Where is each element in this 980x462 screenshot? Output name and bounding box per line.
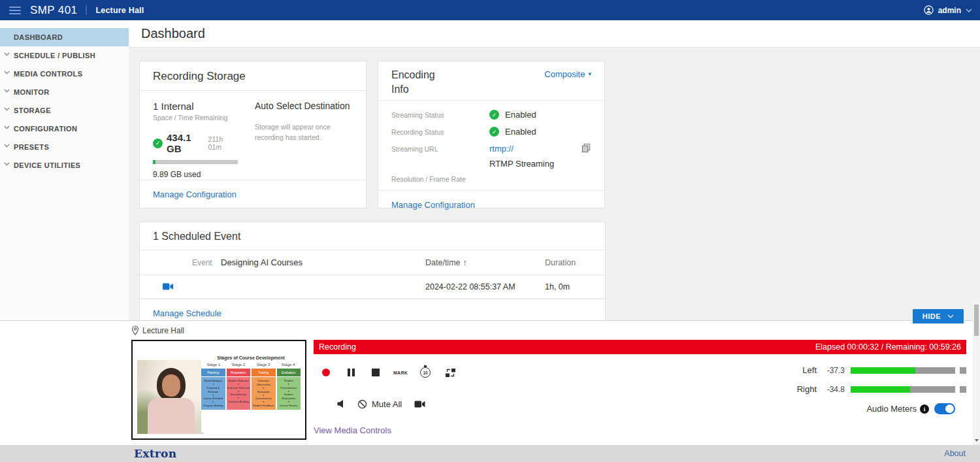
recording-time: Elapsed 00:00:32 / Remaining: 00:59:26 (815, 342, 961, 352)
pause-button[interactable] (338, 369, 363, 376)
stop-icon (372, 369, 380, 376)
hide-panel-button[interactable]: HIDE (913, 309, 964, 323)
mute-circle-icon (357, 399, 367, 409)
card-title: Encoding Info (391, 68, 451, 96)
sort-ascending-icon: ↑ (463, 257, 468, 267)
info-icon[interactable]: i (920, 404, 929, 414)
record-button[interactable] (314, 369, 338, 376)
row-value: Enabled (505, 127, 536, 137)
drive-subtitle: Space / Time Remaining (153, 114, 238, 122)
view-media-controls-link[interactable]: View Media Controls (314, 425, 463, 435)
chevron-down-icon (4, 107, 10, 111)
chevron-down-icon (947, 314, 954, 318)
event-duration: 1h, 0m (545, 282, 605, 291)
extend-timer-button[interactable]: 10 (413, 367, 438, 378)
recording-status-bar: Recording Elapsed 00:00:32 / Remaining: … (314, 340, 966, 354)
slide-title: Stages of Course Development (201, 355, 301, 360)
location-pin-icon (131, 325, 139, 335)
user-icon (924, 5, 934, 15)
sidebar-item-monitor[interactable]: MONITOR (0, 83, 129, 101)
meter-row-left: Left -37.3 (770, 365, 966, 375)
stage-label: Stage 4 (276, 363, 301, 367)
transport-controls: MARK 10 (314, 365, 463, 435)
audio-meters: Left -37.3 Right -34.8 Audio Met (770, 365, 966, 435)
menu-icon[interactable] (9, 7, 21, 14)
sidebar-item-presets[interactable]: PRESETS (0, 138, 129, 156)
video-camera-icon (414, 401, 425, 408)
column-header-duration[interactable]: Duration (545, 258, 605, 267)
sidebar-item-label: STORAGE (14, 107, 51, 114)
peak-indicator (960, 367, 966, 374)
sidebar-item-storage[interactable]: STORAGE (0, 101, 129, 120)
user-menu[interactable]: admin (924, 5, 972, 15)
scheduled-events-card: 1 Scheduled Event Event Designing AI Cou… (139, 222, 606, 327)
record-icon (322, 369, 330, 376)
slide-column-training: Training Instructor Observation Evaluati… (252, 369, 276, 410)
panel-location-name: Lecture Hall (142, 326, 184, 335)
storage-progress-fill (153, 160, 155, 164)
row-label: Streaming Status (391, 111, 489, 119)
about-link[interactable]: About (944, 449, 966, 458)
slide-column-evaluation: Evaluation Student Presentations Student… (277, 369, 301, 410)
sidebar-item-configuration[interactable]: CONFIGURATION (0, 120, 129, 138)
manage-schedule-link[interactable]: Manage Schedule (153, 308, 221, 318)
table-row[interactable]: 2024-02-22 08:55:37 AM 1h, 0m (140, 275, 605, 299)
room-name: Lecture Hall (95, 6, 144, 15)
video-mute-button[interactable] (408, 401, 431, 408)
check-icon (489, 127, 499, 137)
destination-note: Storage will appear once recording has s… (255, 122, 353, 143)
manage-configuration-link[interactable]: Manage Configuration (153, 190, 237, 199)
chevron-down-icon (4, 71, 10, 74)
scrollbar-thumb[interactable] (974, 305, 979, 336)
user-name: admin (938, 6, 961, 15)
stage-label: Stage 2 (226, 363, 251, 367)
selected-input: Composite (544, 69, 585, 79)
check-icon (153, 139, 163, 148)
sidebar-item-device-utilities[interactable]: DEVICE UTILITIES (0, 156, 129, 174)
stop-button[interactable] (363, 369, 388, 376)
free-space-value: 434.1 GB (167, 132, 208, 154)
sidebar-item-dashboard[interactable]: DASHBOARD (0, 28, 129, 46)
sidebar-item-media-controls[interactable]: MEDIA CONTROLS (0, 65, 129, 83)
presenter-camera-feed (137, 360, 204, 434)
column-header-datetime[interactable]: Date/time ↑ (425, 257, 545, 267)
swap-layout-button[interactable] (438, 368, 463, 378)
mark-button[interactable]: MARK (388, 371, 413, 375)
audio-meters-toggle[interactable] (934, 403, 955, 414)
meter-value: -34.8 (823, 385, 845, 394)
mute-all-button[interactable]: Mute All (357, 399, 402, 409)
brand-title: SMP 401 (30, 4, 77, 17)
footer-bar: Extron About (0, 445, 980, 462)
video-preview[interactable]: Stages of Course Development Stage 1 Sta… (131, 340, 306, 440)
row-label: Recording Status (391, 128, 489, 136)
speaker-icon (336, 399, 346, 408)
meter-label: Right (797, 384, 817, 394)
manage-configuration-link[interactable]: Manage Configuration (391, 200, 475, 210)
vertical-scrollbar[interactable] (973, 298, 980, 445)
slide-column-preparation: Preparation Student Selection Instructor… (227, 369, 251, 410)
column-header-event: Event (140, 258, 221, 267)
audio-meters-toggle-label: Audio Meters (866, 404, 917, 414)
chevron-down-icon (966, 8, 972, 12)
sidebar-item-label: SCHEDULE / PUBLISH (14, 52, 95, 59)
slide-column-planning: Planning Needs Analysis Proposal & Estim… (201, 369, 225, 410)
audio-mute-button[interactable] (331, 399, 351, 408)
meter-row-right: Right -34.8 (770, 384, 966, 394)
peak-indicator (960, 386, 966, 393)
meter-value: -37.3 (823, 366, 845, 375)
card-title: Recording Storage (140, 61, 366, 91)
row-label: Streaming URL (391, 145, 489, 153)
time-remaining: 211h 01m (208, 135, 238, 151)
meter-label: Left (802, 365, 817, 375)
streaming-url-link[interactable]: rtmp:// (489, 144, 514, 154)
destination-title: Auto Select Destination (255, 101, 353, 111)
chevron-down-icon (4, 162, 10, 166)
sidebar-item-schedule-publish[interactable]: SCHEDULE / PUBLISH (0, 46, 129, 65)
input-source-select[interactable]: Composite ▾ (544, 68, 591, 96)
dropdown-arrow-icon: ▾ (588, 69, 591, 77)
sidebar-item-label: CONFIGURATION (14, 125, 77, 133)
copy-icon[interactable] (581, 143, 591, 153)
scrollbar-down-arrow[interactable] (975, 439, 979, 442)
page-title: Dashboard (129, 20, 980, 48)
event-datetime: 2024-02-22 08:55:37 AM (425, 282, 545, 291)
